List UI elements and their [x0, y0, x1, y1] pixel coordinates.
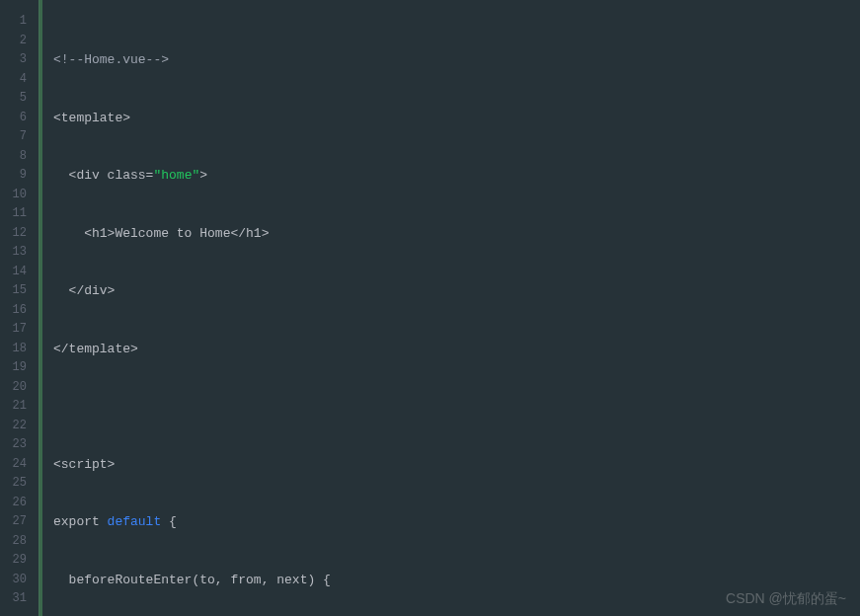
code-line: </template>	[53, 340, 860, 359]
line-number: 7	[0, 127, 39, 147]
line-number: 23	[0, 435, 39, 455]
code-token: beforeRouteEnter(to, from, next) {	[53, 573, 331, 587]
line-number: 4	[0, 70, 39, 90]
code-comment: <!--Home.vue-->	[53, 52, 169, 67]
code-line: <div class="home">	[53, 166, 860, 186]
line-number: 20	[0, 378, 39, 398]
line-number: 18	[0, 340, 39, 359]
code-token: export	[53, 514, 108, 529]
code-token: <h1>Welcome to Home</h1>	[53, 226, 269, 241]
code-line	[53, 397, 860, 417]
line-number: 1	[0, 12, 39, 32]
line-gutter: 1 2 3 4 5 6 7 8 9 10 11 12 13 14 15 16 1…	[0, 0, 39, 616]
line-number: 15	[0, 281, 39, 301]
code-line: <h1>Welcome to Home</h1>	[53, 224, 860, 244]
code-token: <script>	[53, 457, 115, 472]
code-keyword: default	[108, 514, 162, 529]
line-number: 31	[0, 589, 39, 609]
line-number: 8	[0, 147, 39, 167]
code-token: </div>	[53, 283, 115, 298]
code-line: <template>	[53, 109, 860, 128]
line-number: 19	[0, 358, 39, 378]
line-number: 11	[0, 204, 39, 224]
code-string: "home"	[153, 168, 199, 183]
line-number: 13	[0, 243, 39, 263]
line-number: 22	[0, 417, 39, 436]
line-number: 27	[0, 512, 39, 532]
code-line: <script>	[53, 455, 860, 475]
line-number: 3	[0, 50, 39, 70]
line-number: 26	[0, 494, 39, 513]
line-number: 2	[0, 32, 39, 51]
code-line: <!--Home.vue-->	[53, 50, 860, 70]
code-token: {	[161, 514, 177, 529]
watermark-text: CSDN @忧郁的蛋~	[726, 590, 846, 608]
code-content[interactable]: <!--Home.vue--> <template> <div class="h…	[39, 0, 860, 616]
line-number: 5	[0, 89, 39, 109]
line-number: 12	[0, 224, 39, 244]
code-token: <template>	[53, 111, 130, 125]
line-number: 16	[0, 301, 39, 321]
code-token: </template>	[53, 342, 138, 356]
code-editor: 1 2 3 4 5 6 7 8 9 10 11 12 13 14 15 16 1…	[0, 0, 860, 616]
code-token: <div class=	[53, 168, 153, 183]
line-number: 24	[0, 455, 39, 475]
line-number: 17	[0, 320, 39, 340]
code-line: </div>	[53, 281, 860, 301]
code-token: >	[199, 168, 207, 183]
line-number: 28	[0, 532, 39, 552]
code-line: export default {	[53, 512, 860, 532]
line-number: 6	[0, 109, 39, 128]
line-number: 21	[0, 397, 39, 417]
line-number: 10	[0, 186, 39, 205]
code-line: beforeRouteEnter(to, from, next) {	[53, 571, 860, 590]
line-number: 29	[0, 551, 39, 571]
line-number: 9	[0, 166, 39, 186]
line-number: 14	[0, 263, 39, 282]
line-number: 25	[0, 474, 39, 494]
line-number: 30	[0, 571, 39, 590]
